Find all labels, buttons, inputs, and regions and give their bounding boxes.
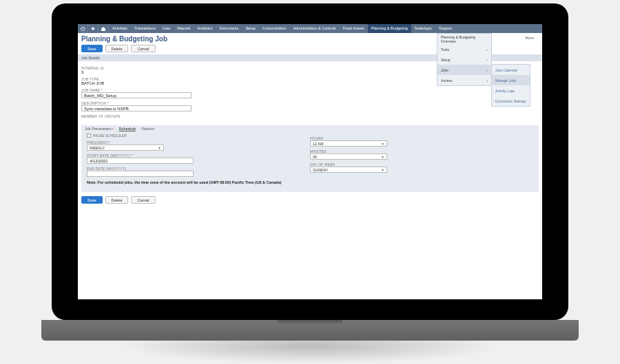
submenu-connection-settings[interactable]: Connection Settings bbox=[492, 96, 530, 106]
tab-schedule[interactable]: Schedule bbox=[119, 127, 136, 131]
jobs-submenu: Jobs CalendarManage JobsActivity LogsCon… bbox=[491, 64, 530, 107]
tabs-section: Job Parameters• Schedule Options PAUSE S… bbox=[81, 125, 539, 192]
history-icon[interactable] bbox=[78, 24, 88, 33]
nav-documents[interactable]: Documents bbox=[216, 24, 242, 33]
nav-transactions[interactable]: Transactions bbox=[131, 24, 159, 33]
start-date-label: START DATE (M/D/YYYY) * bbox=[87, 153, 310, 158]
menu-access[interactable]: Access› bbox=[437, 75, 491, 85]
chevron-right-icon: › bbox=[486, 58, 488, 62]
star-icon[interactable] bbox=[88, 24, 99, 33]
chevron-right-icon: › bbox=[486, 47, 488, 52]
save-button[interactable]: Save bbox=[81, 45, 103, 52]
submenu-jobs-calendar[interactable]: Jobs Calendar bbox=[492, 65, 530, 75]
topbar-icons bbox=[78, 24, 109, 33]
tab-options[interactable]: Options bbox=[141, 127, 154, 131]
end-date-label: END DATE (M/D/YYYY) bbox=[87, 167, 310, 171]
nav-analytics[interactable]: Analytics bbox=[194, 24, 216, 33]
app-screen: ActivitiesTransactionsListsReportsAnalyt… bbox=[78, 24, 542, 299]
nav-customization[interactable]: Customization bbox=[259, 24, 290, 33]
nav-suiteapps[interactable]: SuiteApps bbox=[411, 24, 435, 33]
tab-job-parameters[interactable]: Job Parameters• bbox=[85, 127, 114, 131]
planning-budgeting-menu: Planning & Budgeting OverviewTools›Setup… bbox=[437, 33, 492, 86]
job-name-input[interactable]: Batch_MD_Setup bbox=[81, 92, 192, 98]
nav-fixed-assets[interactable]: Fixed Assets bbox=[340, 24, 368, 33]
cancel-button-bottom[interactable]: Cancel bbox=[131, 196, 155, 204]
nav-reports[interactable]: Reports bbox=[174, 24, 194, 33]
topbar: ActivitiesTransactionsListsReportsAnalyt… bbox=[78, 24, 542, 33]
home-icon[interactable] bbox=[99, 24, 109, 33]
chevron-right-icon: › bbox=[486, 68, 488, 72]
submenu-manage-jobs[interactable]: Manage Jobs bbox=[492, 75, 530, 85]
nav-activities[interactable]: Activities bbox=[109, 24, 131, 33]
timezone-note: Note: For scheduled jobs, the time zone … bbox=[81, 178, 539, 186]
end-date-input[interactable] bbox=[87, 171, 194, 177]
menu-planning-budgeting-overview[interactable]: Planning & Budgeting Overview bbox=[437, 34, 491, 44]
schedule-col-right: HOURS 12 AM▼ MINUTES 00▼ DAY OF WEEK SUN… bbox=[310, 133, 533, 177]
menu-setup[interactable]: Setup› bbox=[437, 54, 491, 65]
delete-button-bottom[interactable]: Delete bbox=[105, 196, 129, 204]
member-of-groups-label: MEMBER OF GROUPS bbox=[81, 114, 539, 118]
cancel-button[interactable]: Cancel bbox=[131, 45, 155, 52]
submenu-activity-logs[interactable]: Activity Logs bbox=[492, 85, 530, 96]
schedule-col-left: PAUSE SCHEDULER FREQUENCY WEEKLY▼ START … bbox=[87, 133, 310, 177]
nav-lists[interactable]: Lists bbox=[159, 24, 174, 33]
action-bar-bottom: Save Delete Cancel bbox=[78, 192, 542, 208]
pause-scheduler-checkbox[interactable]: PAUSE SCHEDULER bbox=[87, 133, 310, 138]
more-link[interactable]: More bbox=[525, 36, 534, 40]
menu-jobs[interactable]: Jobs› bbox=[437, 65, 491, 75]
nav-setup[interactable]: Setup bbox=[242, 24, 258, 33]
nav-support[interactable]: Support bbox=[435, 24, 455, 33]
menu-tools[interactable]: Tools› bbox=[437, 44, 491, 54]
main-nav: ActivitiesTransactionsListsReportsAnalyt… bbox=[109, 24, 455, 33]
laptop-base bbox=[41, 320, 579, 341]
frequency-select[interactable]: WEEKLY▼ bbox=[87, 144, 164, 151]
chevron-right-icon: › bbox=[486, 78, 488, 83]
nav-planning-budgeting[interactable]: Planning & Budgeting bbox=[368, 24, 411, 33]
start-date-input[interactable]: 4/12/2021 bbox=[87, 158, 194, 164]
hours-select[interactable]: 12 AM▼ bbox=[310, 140, 387, 147]
delete-button[interactable]: Delete bbox=[105, 45, 129, 52]
nav-administration-controls[interactable]: Administration & Controls bbox=[290, 24, 340, 33]
description-input[interactable]: Sync metadata to NSPB bbox=[81, 105, 192, 111]
save-button-bottom[interactable]: Save bbox=[81, 196, 103, 204]
minutes-select[interactable]: 00▼ bbox=[310, 153, 387, 160]
dow-select[interactable]: SUNDAY▼ bbox=[310, 167, 387, 173]
tabs-bar: Job Parameters• Schedule Options bbox=[81, 125, 539, 132]
